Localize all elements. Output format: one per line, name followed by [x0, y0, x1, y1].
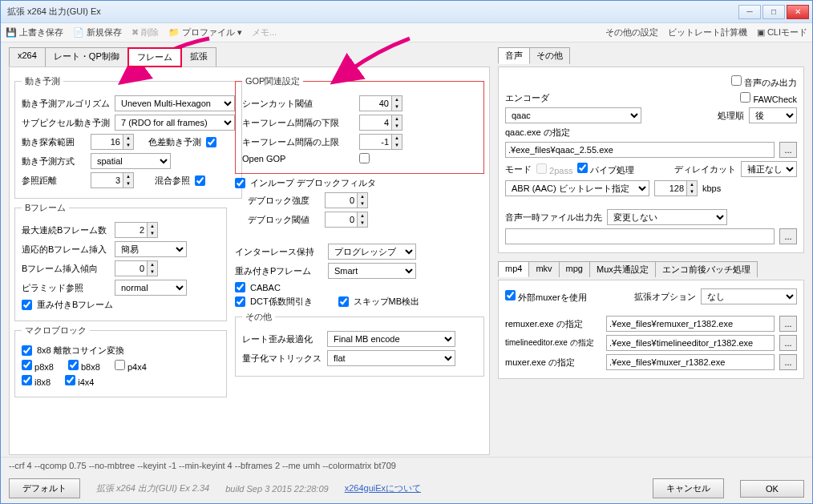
motion-algo-select[interactable]: Uneven Multi-Hexagon — [115, 95, 235, 111]
tab-x264[interactable]: x264 — [9, 47, 46, 67]
close-button[interactable]: ✕ — [787, 5, 809, 19]
dct-decimate-checkbox[interactable] — [235, 296, 245, 307]
tmp-path-field[interactable] — [505, 228, 775, 244]
new-save-button[interactable]: 📄 新規保存 — [73, 26, 122, 38]
skip-mb-checkbox[interactable] — [338, 296, 349, 307]
deblock-strength-spinner[interactable]: ▲▼ — [325, 192, 368, 208]
tab-other[interactable]: その他 — [529, 47, 570, 64]
interlace-select[interactable]: プログレッシブ — [328, 244, 416, 260]
audio-tabs: 音声 その他 — [498, 47, 804, 64]
tmp-out-select[interactable]: 変更しない — [607, 209, 727, 225]
motion-group: 動き予測 動き予測アルゴリズムUneven Multi-Hexagon サブピク… — [14, 75, 242, 199]
default-button[interactable]: デフォルト — [9, 478, 80, 498]
browse-remuxer-button[interactable]: ... — [779, 316, 797, 332]
overwrite-save-button[interactable]: 💾 上書き保存 — [6, 26, 63, 38]
minimize-button[interactable]: ─ — [738, 5, 761, 19]
remuxer-field[interactable] — [606, 316, 775, 332]
version-label: 拡張 x264 出力(GUI) Ex 2.34 — [96, 482, 209, 494]
audio-mode-select[interactable]: ABR (AAC) ビットレート指定 — [505, 180, 649, 196]
window-title: 拡張 x264 出力(GUI) Ex — [4, 6, 738, 18]
pyramid-select[interactable]: normal — [115, 280, 187, 296]
ok-button[interactable]: OK — [740, 480, 804, 498]
order-select[interactable]: 後 — [749, 107, 797, 123]
wpred-select[interactable]: Smart — [328, 263, 416, 279]
i8x8-checkbox[interactable] — [22, 375, 32, 385]
tab-rate-qp[interactable]: レート・QP制御 — [45, 47, 128, 67]
ext-opt-select[interactable]: なし — [701, 288, 797, 304]
audio-only-checkbox[interactable] — [731, 75, 742, 86]
deblock-loop-checkbox[interactable] — [235, 178, 245, 188]
mixed-ref-checkbox[interactable] — [195, 175, 205, 186]
bitrate-calc-button[interactable]: ビットレート計算機 — [668, 26, 747, 38]
macroblock-group: マクロブロック 8x8 離散コサイン変換 p8x8 b8x8 p4x4 i8x8… — [14, 325, 227, 397]
motion-range-spinner[interactable]: ▲▼ — [91, 134, 134, 150]
bframe-max-spinner[interactable]: ▲▼ — [115, 222, 158, 238]
other-settings-button[interactable]: その他の設定 — [605, 26, 658, 38]
faw-checkbox[interactable] — [740, 92, 750, 103]
tab-batch[interactable]: エンコ前後バッチ処理 — [655, 261, 758, 277]
p8x8-checkbox[interactable] — [22, 360, 32, 370]
gop-group: GOP関連設定 シーンカット閾値▲▼ キーフレーム間隔の下限▲▼ キーフレーム間… — [235, 75, 484, 174]
tab-extend[interactable]: 拡張 — [181, 47, 216, 67]
titlebar: 拡張 x264 出力(GUI) Ex ─ □ ✕ — [1, 1, 812, 23]
browse-tl-button[interactable]: ... — [779, 335, 797, 351]
browse-qaac-button[interactable]: ... — [779, 142, 797, 158]
weighted-b-checkbox[interactable] — [22, 300, 32, 310]
subpixel-select[interactable]: 7 (RDO for all frames) — [115, 115, 235, 131]
scenecut-spinner[interactable]: ▲▼ — [359, 95, 402, 111]
other-group: その他 レート歪み最適化Final MB encode 量子化マトリックスfla… — [235, 311, 484, 377]
browse-tmp-button[interactable]: ... — [779, 228, 797, 244]
bframe-group: Bフレーム 最大連続Bフレーム数▲▼ 適応的Bフレーム挿入簡易 Bフレーム挿入傾… — [14, 202, 227, 321]
deblock-thresh-spinner[interactable]: ▲▼ — [325, 212, 368, 228]
profile-menu[interactable]: 📁 プロファイル ▾ — [168, 26, 242, 38]
about-link[interactable]: x264guiExについて — [345, 482, 421, 494]
dct8x8-checkbox[interactable] — [22, 345, 32, 356]
encoder-select[interactable]: qaac — [505, 107, 641, 123]
app-window: 拡張 x264 出力(GUI) Ex ─ □ ✕ 💾 上書き保存 📄 新規保存 … — [0, 0, 813, 504]
chroma-me-checkbox[interactable] — [206, 137, 216, 147]
keyint-max-spinner[interactable]: ▲▼ — [359, 134, 402, 150]
rd-select[interactable]: Final MB encode — [327, 331, 455, 347]
statusbar: デフォルト 拡張 x264 出力(GUI) Ex 2.34 build Sep … — [1, 474, 812, 503]
bitrate-spinner[interactable]: ▲▼ — [654, 180, 698, 196]
pipe-checkbox[interactable] — [577, 163, 588, 173]
build-label: build Sep 3 2015 22:28:09 — [225, 484, 328, 494]
b8x8-checkbox[interactable] — [68, 360, 79, 370]
ext-muxer-checkbox[interactable] — [505, 290, 516, 300]
cli-mode-button[interactable]: ▣ CLIモード — [757, 26, 807, 38]
open-gop-checkbox[interactable] — [359, 153, 370, 163]
timelineeditor-field[interactable] — [606, 335, 775, 351]
muxer-field[interactable] — [606, 354, 775, 370]
tab-mpg[interactable]: mpg — [559, 261, 590, 277]
motion-method-select[interactable]: spatial — [91, 153, 171, 169]
command-line: --crf 4 --qcomp 0.75 --no-mbtree --keyin… — [1, 457, 812, 474]
2pass-checkbox — [536, 163, 547, 174]
main-tabs: x264 レート・QP制御 フレーム 拡張 — [9, 47, 490, 67]
bframe-adapt-select[interactable]: 簡易 — [115, 241, 187, 257]
memo-button: メモ... — [252, 26, 277, 38]
tab-frame[interactable]: フレーム — [127, 47, 182, 67]
delete-button: ✖ 削除 — [131, 26, 159, 38]
cabac-checkbox[interactable] — [235, 282, 245, 292]
p4x4-checkbox[interactable] — [115, 360, 125, 370]
toolbar: 💾 上書き保存 📄 新規保存 ✖ 削除 📁 プロファイル ▾ メモ... その他… — [1, 23, 812, 42]
tab-mp4[interactable]: mp4 — [498, 261, 529, 277]
qaac-exe-field[interactable] — [505, 142, 775, 158]
tab-mkv[interactable]: mkv — [528, 261, 559, 277]
maximize-button[interactable]: □ — [762, 5, 785, 19]
mux-tabs: mp4 mkv mpg Mux共通設定 エンコ前後バッチ処理 — [498, 261, 804, 277]
cancel-button[interactable]: キャンセル — [653, 478, 724, 498]
tab-mux-common[interactable]: Mux共通設定 — [589, 261, 656, 277]
browse-muxer-button[interactable]: ... — [779, 354, 797, 370]
ref-spinner[interactable]: ▲▼ — [91, 172, 134, 188]
qm-select[interactable]: flat — [327, 350, 455, 366]
keyint-min-spinner[interactable]: ▲▼ — [359, 115, 402, 131]
delay-select[interactable]: 補正なし — [741, 161, 797, 177]
tab-audio[interactable]: 音声 — [498, 47, 530, 64]
i4x4-checkbox[interactable] — [65, 375, 75, 385]
bframe-bias-spinner[interactable]: ▲▼ — [115, 260, 158, 276]
